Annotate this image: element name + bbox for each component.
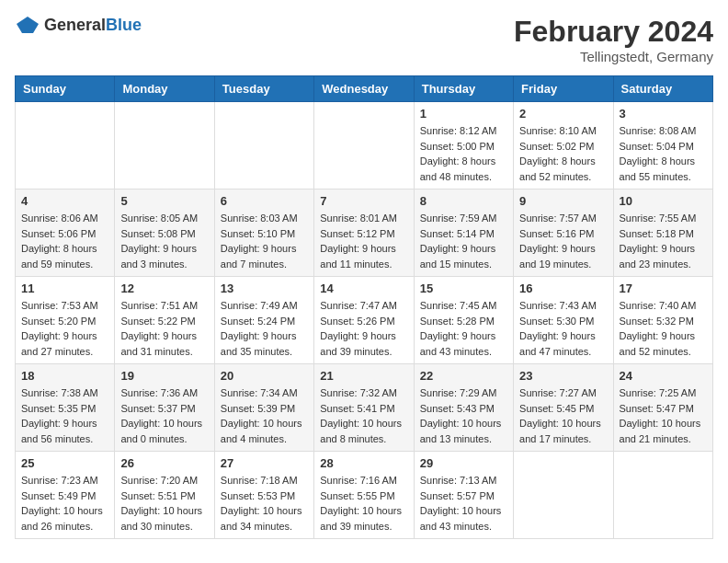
day-info: Sunrise: 8:10 AMSunset: 5:02 PMDaylight:… xyxy=(519,123,607,184)
day-info: Sunrise: 7:34 AMSunset: 5:39 PMDaylight:… xyxy=(221,385,308,446)
day-info: Sunrise: 8:03 AMSunset: 5:10 PMDaylight:… xyxy=(221,211,308,271)
day-number: 14 xyxy=(320,282,407,295)
calendar-cell xyxy=(514,452,613,539)
weekday-header: Tuesday xyxy=(214,76,313,102)
day-number: 25 xyxy=(21,456,108,470)
day-number: 17 xyxy=(620,282,707,295)
calendar-cell: 5Sunrise: 8:05 AMSunset: 5:08 PMDaylight… xyxy=(115,190,214,277)
day-info: Sunrise: 8:12 AMSunset: 5:00 PMDaylight:… xyxy=(420,123,507,184)
calendar-cell: 4Sunrise: 8:06 AMSunset: 5:06 PMDaylight… xyxy=(16,190,115,277)
day-info: Sunrise: 7:45 AMSunset: 5:28 PMDaylight:… xyxy=(420,298,507,359)
day-number: 16 xyxy=(519,282,607,295)
day-info: Sunrise: 7:36 AMSunset: 5:37 PMDaylight:… xyxy=(120,385,208,446)
calendar-cell: 7Sunrise: 8:01 AMSunset: 5:12 PMDaylight… xyxy=(314,190,414,277)
calendar-cell: 26Sunrise: 7:20 AMSunset: 5:51 PMDayligh… xyxy=(115,452,214,539)
day-info: Sunrise: 7:13 AMSunset: 5:57 PMDaylight:… xyxy=(420,473,507,534)
calendar-week-row: 1Sunrise: 8:12 AMSunset: 5:00 PMDaylight… xyxy=(16,102,713,190)
calendar-cell: 15Sunrise: 7:45 AMSunset: 5:28 PMDayligh… xyxy=(414,277,513,364)
location: Tellingstedt, Germany xyxy=(514,49,713,64)
day-number: 8 xyxy=(420,194,507,208)
calendar-body: 1Sunrise: 8:12 AMSunset: 5:00 PMDaylight… xyxy=(16,102,713,539)
day-info: Sunrise: 7:47 AMSunset: 5:26 PMDaylight:… xyxy=(320,298,407,359)
day-number: 24 xyxy=(620,369,707,383)
title-block: February 2024 Tellingstedt, Germany xyxy=(514,15,713,64)
day-info: Sunrise: 8:06 AMSunset: 5:06 PMDaylight:… xyxy=(21,211,108,271)
day-info: Sunrise: 7:59 AMSunset: 5:14 PMDaylight:… xyxy=(420,211,507,271)
day-info: Sunrise: 7:40 AMSunset: 5:32 PMDaylight:… xyxy=(620,298,707,359)
calendar-week-row: 11Sunrise: 7:53 AMSunset: 5:20 PMDayligh… xyxy=(16,277,713,364)
calendar-cell xyxy=(214,102,313,190)
day-info: Sunrise: 7:16 AMSunset: 5:55 PMDaylight:… xyxy=(320,473,407,534)
day-info: Sunrise: 7:25 AMSunset: 5:47 PMDaylight:… xyxy=(620,385,707,446)
day-number: 2 xyxy=(519,107,607,121)
weekday-header: Friday xyxy=(514,76,613,102)
calendar-week-row: 25Sunrise: 7:23 AMSunset: 5:49 PMDayligh… xyxy=(16,452,713,539)
day-info: Sunrise: 7:57 AMSunset: 5:16 PMDaylight:… xyxy=(519,211,607,271)
day-info: Sunrise: 7:49 AMSunset: 5:24 PMDaylight:… xyxy=(221,298,308,359)
calendar-cell: 29Sunrise: 7:13 AMSunset: 5:57 PMDayligh… xyxy=(414,452,513,539)
day-info: Sunrise: 7:27 AMSunset: 5:45 PMDaylight:… xyxy=(519,385,607,446)
day-number: 21 xyxy=(320,369,407,383)
day-number: 7 xyxy=(320,194,407,208)
calendar-cell: 18Sunrise: 7:38 AMSunset: 5:35 PMDayligh… xyxy=(16,364,115,452)
logo: GeneralBlue xyxy=(15,15,142,35)
day-info: Sunrise: 7:20 AMSunset: 5:51 PMDaylight:… xyxy=(120,473,208,534)
day-info: Sunrise: 7:29 AMSunset: 5:43 PMDaylight:… xyxy=(420,385,507,446)
day-number: 23 xyxy=(519,369,607,383)
day-info: Sunrise: 7:32 AMSunset: 5:41 PMDaylight:… xyxy=(320,385,407,446)
day-number: 29 xyxy=(420,456,507,470)
day-info: Sunrise: 7:23 AMSunset: 5:49 PMDaylight:… xyxy=(21,473,108,534)
day-info: Sunrise: 7:51 AMSunset: 5:22 PMDaylight:… xyxy=(120,298,208,359)
calendar-week-row: 18Sunrise: 7:38 AMSunset: 5:35 PMDayligh… xyxy=(16,364,713,452)
day-number: 20 xyxy=(221,369,308,383)
calendar-header: SundayMondayTuesdayWednesdayThursdayFrid… xyxy=(16,76,713,102)
day-info: Sunrise: 7:38 AMSunset: 5:35 PMDaylight:… xyxy=(21,385,108,446)
calendar-week-row: 4Sunrise: 8:06 AMSunset: 5:06 PMDaylight… xyxy=(16,190,713,277)
day-number: 9 xyxy=(519,194,607,208)
day-number: 12 xyxy=(120,282,208,295)
calendar-cell: 6Sunrise: 8:03 AMSunset: 5:10 PMDaylight… xyxy=(214,190,313,277)
day-info: Sunrise: 7:55 AMSunset: 5:18 PMDaylight:… xyxy=(620,211,707,271)
weekday-header: Wednesday xyxy=(314,76,414,102)
day-number: 10 xyxy=(620,194,707,208)
day-number: 22 xyxy=(420,369,507,383)
calendar-cell: 14Sunrise: 7:47 AMSunset: 5:26 PMDayligh… xyxy=(314,277,414,364)
logo-blue: Blue xyxy=(106,16,142,34)
calendar-cell xyxy=(115,102,214,190)
weekday-header: Saturday xyxy=(613,76,712,102)
logo-general: General xyxy=(44,16,106,34)
calendar-cell: 10Sunrise: 7:55 AMSunset: 5:18 PMDayligh… xyxy=(613,190,712,277)
month-year: February 2024 xyxy=(514,15,713,49)
weekday-header: Sunday xyxy=(16,76,115,102)
calendar-cell: 19Sunrise: 7:36 AMSunset: 5:37 PMDayligh… xyxy=(115,364,214,452)
day-info: Sunrise: 8:01 AMSunset: 5:12 PMDaylight:… xyxy=(320,211,407,271)
calendar-cell: 8Sunrise: 7:59 AMSunset: 5:14 PMDaylight… xyxy=(414,190,513,277)
svg-marker-0 xyxy=(17,17,39,33)
calendar-cell: 25Sunrise: 7:23 AMSunset: 5:49 PMDayligh… xyxy=(16,452,115,539)
day-number: 28 xyxy=(320,456,407,470)
day-number: 13 xyxy=(221,282,308,295)
calendar-cell: 3Sunrise: 8:08 AMSunset: 5:04 PMDaylight… xyxy=(613,102,712,190)
weekday-header: Monday xyxy=(115,76,214,102)
day-info: Sunrise: 7:18 AMSunset: 5:53 PMDaylight:… xyxy=(221,473,308,534)
day-number: 5 xyxy=(120,194,208,208)
day-number: 4 xyxy=(21,194,108,208)
calendar-cell: 24Sunrise: 7:25 AMSunset: 5:47 PMDayligh… xyxy=(613,364,712,452)
weekday-header: Thursday xyxy=(414,76,513,102)
calendar-table: SundayMondayTuesdayWednesdayThursdayFrid… xyxy=(15,75,713,539)
calendar-cell: 27Sunrise: 7:18 AMSunset: 5:53 PMDayligh… xyxy=(214,452,313,539)
day-number: 6 xyxy=(221,194,308,208)
calendar-cell: 12Sunrise: 7:51 AMSunset: 5:22 PMDayligh… xyxy=(115,277,214,364)
calendar-cell xyxy=(613,452,712,539)
calendar-cell xyxy=(314,102,414,190)
day-number: 3 xyxy=(620,107,707,121)
calendar-cell: 28Sunrise: 7:16 AMSunset: 5:55 PMDayligh… xyxy=(314,452,414,539)
day-number: 26 xyxy=(120,456,208,470)
day-number: 15 xyxy=(420,282,507,295)
day-number: 1 xyxy=(420,107,507,121)
calendar-cell: 9Sunrise: 7:57 AMSunset: 5:16 PMDaylight… xyxy=(514,190,613,277)
weekday-row: SundayMondayTuesdayWednesdayThursdayFrid… xyxy=(16,76,713,102)
day-info: Sunrise: 8:08 AMSunset: 5:04 PMDaylight:… xyxy=(620,123,707,184)
logo-icon xyxy=(15,15,40,35)
calendar-cell: 13Sunrise: 7:49 AMSunset: 5:24 PMDayligh… xyxy=(214,277,313,364)
